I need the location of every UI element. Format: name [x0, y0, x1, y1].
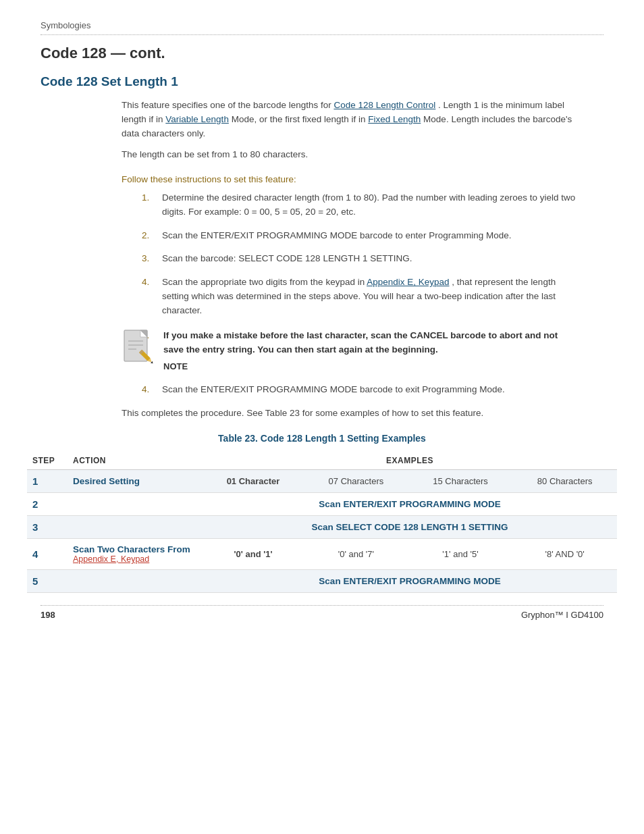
- link-variable[interactable]: Variable Length: [165, 114, 229, 124]
- table-cell-example: 80 Characters: [512, 469, 617, 492]
- table-cell-example: '8' AND '0': [512, 538, 617, 569]
- page: Symbologies Code 128 — cont. Code 128 Se…: [0, 0, 644, 633]
- step-5: Scan the ENTER/EXIT PROGRAMMING MODE bar…: [142, 383, 576, 397]
- table-cell-action: [68, 492, 203, 515]
- breadcrumb: Symbologies: [41, 20, 603, 30]
- steps-list: Determine the desired character length (…: [142, 191, 576, 397]
- step-3: Scan the barcode: SELECT CODE 128 LENGTH…: [142, 252, 576, 266]
- footer-brand: Gryphon™ I GD4100: [521, 610, 603, 620]
- instructions-label: Follow these instructions to set this fe…: [122, 174, 576, 184]
- note-document-icon: [122, 329, 154, 369]
- table-cell-step: 5: [27, 569, 68, 592]
- footer: 198 Gryphon™ I GD4100: [41, 605, 603, 620]
- description-length: The length can be set from 1 to 80 chara…: [122, 148, 576, 162]
- step-4: Scan the appropriate two digits from the…: [142, 276, 576, 318]
- table-cell-span: Scan ENTER/EXIT PROGRAMMING MODE: [203, 569, 617, 592]
- note-box: If you make a mistake before the last ch…: [122, 329, 576, 373]
- breadcrumb-text: Symbologies: [41, 20, 90, 30]
- note-item: If you make a mistake before the last ch…: [142, 329, 576, 373]
- step-3-text: Scan the barcode: SELECT CODE 128 LENGTH…: [162, 253, 412, 263]
- table-row: 3Scan SELECT CODE 128 LENGTH 1 SETTING: [27, 515, 617, 538]
- footer-page-number: 198: [41, 610, 55, 620]
- table-container: Table 23. Code 128 Length 1 Setting Exam…: [27, 433, 617, 593]
- table-row: 5Scan ENTER/EXIT PROGRAMMING MODE: [27, 569, 617, 592]
- table-row: 2Scan ENTER/EXIT PROGRAMMING MODE: [27, 492, 617, 515]
- table-cell-example: 01 Character: [203, 469, 304, 492]
- link-length-control[interactable]: Code 128 Length Control: [333, 100, 435, 110]
- table-action-sublink[interactable]: Appendix E, Keypad: [73, 554, 197, 564]
- table-cell-action: Scan Two Characters FromAppendix E, Keyp…: [68, 538, 203, 569]
- link-fixed[interactable]: Fixed Length: [368, 114, 421, 124]
- step-5-text: Scan the ENTER/EXIT PROGRAMMING MODE bar…: [162, 384, 505, 394]
- step-2-text: Scan the ENTER/EXIT PROGRAMMING MODE bar…: [162, 230, 511, 240]
- section-title: Code 128 — cont.: [41, 45, 603, 62]
- desc-text-3: Mode, or the first fixed length if in: [232, 114, 366, 124]
- note-label: NOTE: [163, 360, 576, 373]
- step-1-text: Determine the desired character length (…: [162, 192, 575, 217]
- table-header-row: STEP ACTION EXAMPLES: [27, 452, 617, 470]
- table-row: 1Desired Setting01 Character07 Character…: [27, 469, 617, 492]
- table-cell-step: 3: [27, 515, 68, 538]
- table-cell-action: Desired Setting: [68, 469, 203, 492]
- th-examples: EXAMPLES: [203, 452, 617, 470]
- th-action: ACTION: [68, 452, 203, 470]
- note-icon: [122, 329, 154, 369]
- table-cell-example: 07 Characters: [304, 469, 408, 492]
- link-appendix-e[interactable]: Appendix E, Keypad: [367, 277, 449, 287]
- table-cell-action: [68, 569, 203, 592]
- subsection-title: Code 128 Set Length 1: [41, 74, 603, 89]
- desc-text-1: This feature specifies one of the barcod…: [122, 100, 331, 110]
- step-2: Scan the ENTER/EXIT PROGRAMMING MODE bar…: [142, 229, 576, 243]
- description-paragraph-1: This feature specifies one of the barcod…: [122, 99, 576, 141]
- table-cell-step: 2: [27, 492, 68, 515]
- table-cell-span: Scan ENTER/EXIT PROGRAMMING MODE: [203, 492, 617, 515]
- table-cell-example: '1' and '5': [408, 538, 513, 569]
- note-content: If you make a mistake before the last ch…: [163, 329, 576, 373]
- settings-table: STEP ACTION EXAMPLES 1Desired Setting01 …: [27, 452, 617, 593]
- step-4-text-before: Scan the appropriate two digits from the…: [162, 277, 365, 287]
- table-cell-example: '0' and '7': [304, 538, 408, 569]
- table-row: 4Scan Two Characters FromAppendix E, Key…: [27, 538, 617, 569]
- note-bold-text: If you make a mistake before the last ch…: [163, 329, 576, 357]
- top-divider: [41, 34, 603, 35]
- th-step: STEP: [27, 452, 68, 470]
- table-cell-action: [68, 515, 203, 538]
- table-title: Table 23. Code 128 Length 1 Setting Exam…: [27, 433, 617, 444]
- completion-text: This completes the procedure. See Table …: [122, 407, 576, 421]
- table-cell-step: 4: [27, 538, 68, 569]
- table-cell-example: 15 Characters: [408, 469, 513, 492]
- table-cell-example: '0' and '1': [203, 538, 304, 569]
- step-1: Determine the desired character length (…: [142, 191, 576, 219]
- table-cell-span: Scan SELECT CODE 128 LENGTH 1 SETTING: [203, 515, 617, 538]
- table-cell-step: 1: [27, 469, 68, 492]
